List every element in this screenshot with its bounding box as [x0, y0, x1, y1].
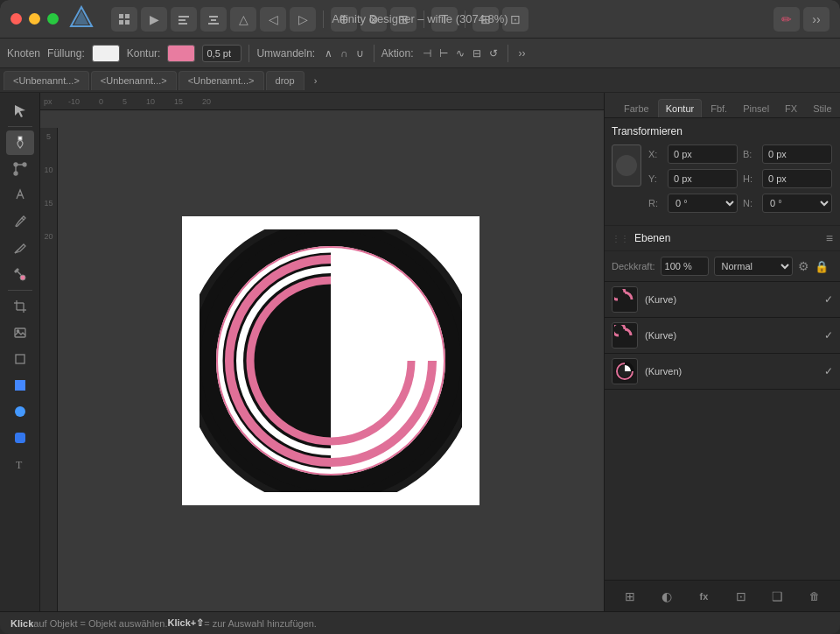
red-pen-icon[interactable]: ✏: [774, 7, 800, 32]
deckkraft-row: Deckkraft: Normal Multiplizieren Bildsch…: [605, 251, 840, 282]
aktion-4-icon[interactable]: ⊟: [470, 46, 484, 61]
tab-stile[interactable]: Stile: [806, 100, 838, 117]
pencil-tool[interactable]: [6, 236, 34, 260]
x-label: X:: [648, 149, 662, 159]
move-icon[interactable]: ▶: [141, 7, 167, 32]
svg-rect-11: [208, 23, 219, 25]
tab-1[interactable]: <Unbenannt...>: [4, 71, 89, 90]
pen-tool[interactable]: [6, 183, 34, 208]
svg-rect-25: [15, 380, 25, 391]
node-toolbar-sep-2: [374, 45, 374, 62]
tab-pinsel[interactable]: Pinsel: [736, 100, 776, 117]
status-text-1: auf Objekt = Objekt auswählen.: [33, 618, 167, 629]
tab-3[interactable]: <Unbenannt...>: [178, 71, 264, 90]
layer-item-3[interactable]: (Kurven) ✓: [605, 354, 840, 390]
crop-tool[interactable]: [6, 294, 34, 319]
tab-farbe[interactable]: Farbe: [617, 100, 656, 117]
close-button[interactable]: [10, 13, 22, 25]
new-layer-icon[interactable]: ⊡: [730, 585, 752, 608]
layer-2-thumb: [612, 322, 638, 349]
more-aktion-icon[interactable]: ››: [515, 46, 528, 61]
brush-tool[interactable]: [6, 209, 34, 234]
add-layer-icon[interactable]: ⊞: [619, 585, 641, 608]
svg-rect-5: [125, 20, 130, 25]
align-center-icon[interactable]: [200, 7, 227, 32]
arrange-icon[interactable]: [111, 7, 137, 32]
transform-thumbnail: [612, 144, 641, 187]
layer-3-name: (Kurven): [645, 366, 817, 377]
flip-icon[interactable]: △: [230, 7, 256, 32]
tab-fbf[interactable]: Fbf.: [704, 100, 734, 117]
aktion-1-icon[interactable]: ⊣: [420, 46, 434, 61]
select-tool[interactable]: [6, 98, 34, 123]
rect-tool[interactable]: [6, 373, 34, 398]
mask-layer-icon[interactable]: ◐: [655, 585, 678, 608]
main-layout: T px -10 0 5 10 15 20 5 10 15 20: [0, 93, 840, 611]
artboard[interactable]: [182, 216, 480, 505]
kontur-swatch[interactable]: [167, 45, 195, 62]
transform-fields: X: B: ⋮ Y: H: R:: [648, 144, 840, 218]
window-title: Affinity Designer – wifile (3074.8%): [332, 12, 508, 25]
minimize-button[interactable]: [29, 13, 40, 25]
r-select[interactable]: 0 ° 45 ° 90 °: [668, 194, 738, 213]
svg-rect-4: [119, 20, 123, 25]
transform-icon[interactable]: ▷: [290, 7, 316, 32]
node-toolbar-sep-3: [508, 45, 508, 62]
rounded-rect-tool[interactable]: [6, 426, 34, 450]
node-corner-icon[interactable]: ∧: [322, 46, 335, 61]
rotate-icon[interactable]: ◁: [260, 7, 286, 32]
image-tool[interactable]: [6, 321, 34, 345]
svg-point-47: [616, 155, 637, 176]
affinity-logo: [69, 5, 94, 32]
paint-bucket-tool[interactable]: [6, 262, 34, 286]
node-smooth-icon[interactable]: ∩: [338, 46, 351, 61]
layer-2-visibility[interactable]: ✓: [824, 329, 833, 342]
ebenen-grip-icon: ⋮⋮: [612, 234, 629, 243]
layer-settings-icon[interactable]: ⚙: [798, 259, 809, 273]
transform-section: Transformieren X: B: ⋮: [605, 118, 840, 226]
node-tool[interactable]: [6, 130, 34, 155]
layer-item-1[interactable]: (Kurve) ✓: [605, 282, 840, 318]
tab-kontur[interactable]: Kontur: [658, 99, 702, 117]
fuellung-swatch[interactable]: [92, 45, 120, 62]
fx-layer-icon[interactable]: fx: [692, 585, 715, 608]
more-icon[interactable]: ››: [803, 7, 830, 32]
layer-3-visibility[interactable]: ✓: [824, 365, 833, 377]
tab-drop[interactable]: drop: [266, 71, 304, 90]
tab-2[interactable]: <Unbenannt...>: [91, 71, 177, 90]
ebenen-menu-icon[interactable]: ≡: [826, 231, 833, 245]
tab-scroll-right[interactable]: ›: [306, 71, 326, 90]
n-select[interactable]: 0 °: [762, 194, 832, 213]
maximize-button[interactable]: [47, 13, 59, 25]
x-input[interactable]: [668, 144, 738, 164]
aktion-2-icon[interactable]: ⊢: [437, 46, 451, 61]
right-panel-tabs: Farbe Kontur Fbf. Pinsel FX Stile ››: [605, 93, 840, 118]
corner-tool[interactable]: [6, 157, 34, 181]
h-input[interactable]: [762, 169, 832, 188]
blend-mode-select[interactable]: Normal Multiplizieren Bildschirm Überlag…: [714, 257, 793, 276]
delete-layer-icon[interactable]: 🗑: [803, 585, 826, 608]
ellipse-tool[interactable]: [6, 399, 34, 424]
node-sharp-icon[interactable]: ∪: [354, 46, 367, 61]
deckkraft-input[interactable]: [661, 257, 709, 276]
aktion-3-icon[interactable]: ∿: [453, 46, 467, 61]
y-input[interactable]: [668, 169, 738, 188]
shape-tool[interactable]: [6, 347, 34, 371]
aktion-5-icon[interactable]: ↺: [486, 46, 500, 61]
ruler-tick-0: 0: [99, 97, 103, 106]
layer-1-visibility[interactable]: ✓: [824, 293, 833, 306]
layer-2-name: (Kurve): [645, 330, 817, 341]
tab-fx[interactable]: FX: [778, 100, 804, 117]
align-left-icon[interactable]: [171, 7, 197, 32]
duplicate-layer-icon[interactable]: ❑: [766, 585, 789, 608]
layer-item-2[interactable]: (Kurve) ✓: [605, 318, 840, 354]
ruler-tick-10: 10: [146, 97, 155, 106]
layer-lock-icon[interactable]: 🔒: [815, 260, 829, 273]
b-input[interactable]: [762, 144, 832, 164]
svg-rect-7: [178, 19, 186, 21]
ruler-vertical: 5 10 15 20: [40, 128, 58, 611]
text-tool[interactable]: T: [6, 452, 34, 476]
canvas-viewport[interactable]: [58, 110, 604, 611]
kontur-width-input[interactable]: [202, 45, 242, 62]
right-panel: Farbe Kontur Fbf. Pinsel FX Stile ›› Tra…: [604, 93, 840, 611]
